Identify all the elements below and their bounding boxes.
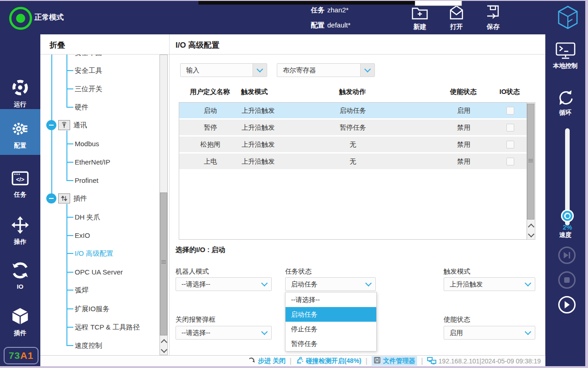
ip-datetime: 192.168.2.101|2024-05-09 09:38:19 bbox=[439, 357, 541, 365]
move-arrows-icon bbox=[11, 228, 30, 236]
comm-antenna-icon bbox=[58, 120, 70, 130]
step-forward-button[interactable] bbox=[558, 247, 576, 264]
robot-mode-label: 机器人模式 bbox=[176, 267, 209, 276]
plugin-cube-icon bbox=[11, 319, 30, 327]
run-target-icon bbox=[11, 91, 30, 99]
speed-label: 速度 bbox=[545, 231, 585, 239]
io-direction-select[interactable]: 输入 bbox=[180, 63, 267, 77]
window-edge bbox=[0, 366, 588, 368]
network-status: 192.168.2.101|2024-05-09 09:38:19 bbox=[427, 357, 541, 366]
page-title: I/O 高级配置 bbox=[176, 40, 219, 50]
loop-icon[interactable] bbox=[556, 88, 575, 109]
tree-item-hardware[interactable]: 硬件 bbox=[75, 103, 88, 112]
tree-item-clipped[interactable]: 安全平面 bbox=[75, 55, 102, 57]
speed-value: 2% bbox=[545, 224, 588, 231]
tree-item-speed-control[interactable]: 速度控制 bbox=[75, 341, 102, 350]
chevron-down-icon bbox=[258, 326, 271, 339]
nav-item-config[interactable]: 配置 bbox=[0, 119, 40, 150]
table-row-pause[interactable]: 暂停 上升沿触发 暂停任务 禁用 bbox=[179, 120, 527, 135]
tree-item-extended-io-service[interactable]: 扩展IO服务 bbox=[75, 304, 110, 313]
tree-item-three-position-switch[interactable]: 三位开关 bbox=[75, 84, 102, 93]
tree-collapse-button[interactable]: 折叠 bbox=[49, 40, 65, 50]
nav-item-operate[interactable]: 操作 bbox=[0, 215, 40, 246]
enable-state-select[interactable]: 启用 bbox=[444, 326, 535, 340]
step-mode-status[interactable]: 步进 关闭 bbox=[248, 357, 286, 365]
speed-slider-knob[interactable] bbox=[561, 209, 574, 222]
open-button[interactable]: 打开 bbox=[440, 5, 473, 31]
tree-item-opc-ua-server[interactable]: OPC UA Server bbox=[75, 268, 123, 277]
table-row-start[interactable]: 启动 上升沿触发 启动任务 启用 bbox=[179, 103, 527, 118]
new-button[interactable]: 新建 bbox=[404, 5, 436, 31]
gear-icon bbox=[11, 132, 30, 140]
close-alarm-select[interactable]: --请选择-- bbox=[176, 326, 272, 340]
chevron-down-icon bbox=[253, 64, 267, 77]
task-state-select[interactable]: 启动任务 bbox=[285, 277, 376, 291]
task-label: 任务 bbox=[311, 6, 324, 15]
selected-io-label: 选择的I/O : 启动 bbox=[176, 246, 225, 254]
left-nav: 运行 配置 </> 任务 操作 IO 插件 73A1 bbox=[0, 34, 40, 366]
dropdown-option[interactable]: 暂停任务 bbox=[286, 336, 376, 351]
tree-collapse-icon[interactable] bbox=[46, 120, 56, 130]
app-logo-icon bbox=[556, 5, 580, 32]
step-arrow-icon bbox=[248, 357, 256, 365]
tree-item-communication[interactable]: 通讯 bbox=[73, 121, 87, 130]
file-manager-icon bbox=[374, 357, 381, 365]
config-value: default* bbox=[327, 21, 351, 29]
tree-item-arc-welding[interactable]: 弧焊 bbox=[75, 286, 88, 295]
chevron-down-icon bbox=[521, 278, 535, 291]
tree-item-ethernet-ip[interactable]: EtherNet/IP bbox=[75, 158, 110, 167]
config-tree-panel: 折叠 安全平面 安全工具 三位开关 硬件 通讯 Modbus EtherNet/… bbox=[40, 34, 170, 355]
dropdown-option[interactable]: 停止任务 bbox=[286, 322, 376, 336]
scroll-up-icon[interactable] bbox=[528, 224, 534, 230]
collision-robot-icon bbox=[296, 357, 303, 365]
tree-item-io-advanced-config[interactable]: I/O 高级配置 bbox=[75, 249, 113, 258]
io-state-checkbox[interactable] bbox=[506, 107, 514, 115]
mode-label: 正常模式 bbox=[34, 13, 64, 22]
scroll-down-icon[interactable] bbox=[161, 346, 167, 353]
save-disk-icon bbox=[484, 14, 502, 22]
window-edge bbox=[585, 0, 588, 368]
tree-item-exio[interactable]: ExIO bbox=[75, 231, 90, 240]
nav-item-task[interactable]: </> 任务 bbox=[0, 168, 40, 199]
chevron-down-icon bbox=[360, 64, 374, 77]
collision-detection-status[interactable]: 碰撞检测开启(48%) bbox=[296, 357, 361, 365]
tree-item-safety-tool[interactable]: 安全工具 bbox=[75, 66, 102, 75]
tree-item-modbus[interactable]: Modbus bbox=[75, 139, 99, 148]
scroll-down-icon[interactable] bbox=[528, 231, 534, 237]
io-state-checkbox[interactable] bbox=[506, 141, 514, 148]
trigger-mode-select[interactable]: 上升沿触发 bbox=[444, 277, 535, 291]
io-state-checkbox[interactable] bbox=[506, 124, 514, 132]
tree-item-dh-gripper[interactable]: DH 夹爪 bbox=[75, 213, 100, 222]
tree-item-remote-tcp-tool-path[interactable]: 远程 TCP & 工具路径 bbox=[75, 323, 140, 332]
task-state-dropdown-menu: --请选择-- 启动任务 停止任务 暂停任务 bbox=[285, 292, 377, 352]
file-manager-button[interactable]: 文件管理器 bbox=[372, 356, 417, 366]
new-folder-icon bbox=[411, 14, 429, 22]
play-button[interactable] bbox=[558, 296, 576, 313]
dropdown-option[interactable]: --请选择-- bbox=[286, 292, 376, 307]
plugin-arrows-icon bbox=[58, 193, 70, 203]
register-type-select[interactable]: 布尔寄存器 bbox=[277, 63, 375, 77]
table-scrollbar[interactable] bbox=[527, 103, 535, 239]
config-label: 配置 bbox=[311, 21, 324, 30]
save-button[interactable]: 保存 bbox=[477, 5, 509, 31]
io-state-checkbox[interactable] bbox=[506, 158, 514, 165]
nav-item-plugin[interactable]: 插件 bbox=[0, 307, 40, 337]
nav-item-run[interactable]: 运行 bbox=[0, 78, 40, 109]
local-control-icon[interactable] bbox=[555, 42, 576, 62]
table-row-power-on[interactable]: 上电 上升沿触发 无 禁用 bbox=[179, 154, 527, 169]
open-file-icon bbox=[448, 14, 465, 22]
io-cycle-icon bbox=[11, 274, 30, 281]
io-table: 启动 上升沿触发 启动任务 启用 暂停 上升沿触发 暂停任务 禁用 松抱闸 上升… bbox=[179, 102, 535, 240]
nav-item-io[interactable]: IO bbox=[0, 261, 40, 290]
table-row-release-brake[interactable]: 松抱闸 上升沿触发 无 禁用 bbox=[179, 137, 527, 152]
enable-state-label: 使能状态 bbox=[444, 315, 470, 324]
scroll-up-icon[interactable] bbox=[161, 339, 167, 346]
stop-button[interactable] bbox=[558, 271, 576, 289]
task-state-label: 任务状态 bbox=[285, 267, 312, 276]
tree-collapse-icon[interactable] bbox=[46, 193, 56, 203]
tree-item-profinet[interactable]: Profinet bbox=[75, 176, 99, 185]
robot-mode-select[interactable]: --请选择-- bbox=[176, 277, 272, 291]
dropdown-option-selected[interactable]: 启动任务 bbox=[286, 307, 376, 322]
tree-item-plugins[interactable]: 插件 bbox=[73, 194, 87, 203]
tree-scrollbar[interactable] bbox=[159, 55, 168, 355]
